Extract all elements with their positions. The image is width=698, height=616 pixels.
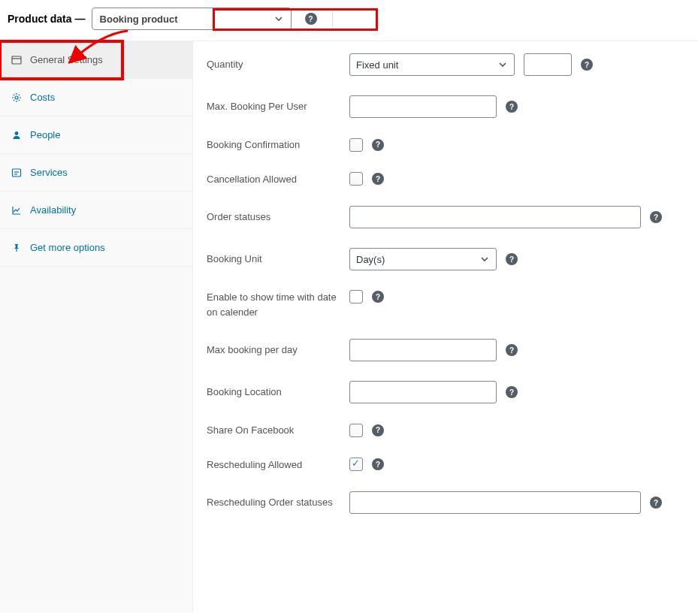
chevron-down-icon [274, 14, 283, 23]
help-icon[interactable]: ? [372, 458, 384, 470]
booking-confirmation-label: Booking Confirmation [207, 137, 339, 152]
booking-confirmation-checkbox[interactable] [349, 138, 363, 152]
max-per-day-label: Max booking per day [207, 343, 339, 358]
help-icon[interactable]: ? [506, 253, 518, 265]
product-data-dash: — [75, 13, 86, 25]
help-icon[interactable]: ? [506, 386, 518, 398]
gear-icon [11, 92, 23, 104]
chart-icon [11, 204, 23, 216]
quantity-select[interactable]: Fixed unit [349, 53, 515, 76]
general-settings-form: Quantity Fixed unit ? Max. Booking Per U… [193, 41, 698, 612]
show-time-with-date-checkbox[interactable] [349, 290, 363, 303]
share-on-facebook-checkbox[interactable] [349, 424, 363, 437]
booking-unit-select[interactable]: Day(s) [349, 248, 497, 270]
help-icon[interactable]: ? [650, 211, 662, 223]
help-icon[interactable]: ? [506, 101, 518, 113]
sidebar: General Settings Costs People Services A [0, 41, 193, 612]
sidebar-tab-general-settings[interactable]: General Settings [0, 41, 192, 79]
header-divider [332, 11, 333, 26]
quantity-label: Quantity [207, 57, 339, 72]
sidebar-item-label: General Settings [30, 54, 103, 65]
sidebar-tab-services[interactable]: Services [0, 154, 192, 192]
sidebar-tab-people[interactable]: People [0, 116, 192, 154]
booking-location-input[interactable] [349, 381, 497, 403]
svg-rect-0 [12, 56, 21, 64]
booking-location-label: Booking Location [207, 385, 339, 400]
sidebar-tab-availability[interactable]: Availability [0, 192, 192, 229]
order-statuses-label: Order statuses [207, 210, 339, 225]
sidebar-item-label: Availability [30, 204, 76, 216]
help-icon[interactable]: ? [305, 13, 317, 25]
max-per-user-input[interactable] [349, 95, 497, 118]
svg-rect-4 [13, 169, 21, 177]
window-icon [11, 54, 23, 66]
rescheduling-order-statuses-label: Rescheduling Order statuses [207, 495, 339, 510]
annotation-box-product-type [213, 8, 378, 31]
sidebar-item-label: People [30, 129, 60, 140]
sidebar-tab-get-more-options[interactable]: Get more options [0, 229, 192, 267]
quantity-input[interactable] [524, 53, 572, 76]
help-icon[interactable]: ? [581, 59, 593, 71]
help-icon[interactable]: ? [372, 291, 384, 303]
sidebar-tab-costs[interactable]: Costs [0, 79, 192, 116]
person-icon [11, 129, 23, 141]
show-time-with-date-label: Enable to show time with date on calende… [207, 290, 339, 319]
cancellation-allowed-label: Cancellation Allowed [207, 172, 339, 187]
max-per-user-label: Max. Booking Per User [207, 99, 339, 114]
form-icon [11, 167, 23, 179]
help-icon[interactable]: ? [372, 424, 384, 436]
cancellation-allowed-checkbox[interactable] [349, 172, 363, 186]
rescheduling-order-statuses-input[interactable] [349, 491, 641, 514]
help-icon[interactable]: ? [506, 344, 518, 356]
order-statuses-input[interactable] [349, 206, 641, 228]
product-type-select[interactable]: Booking product [92, 8, 292, 30]
rescheduling-allowed-checkbox[interactable]: ✓ [349, 457, 363, 471]
booking-unit-label: Booking Unit [207, 252, 339, 267]
max-per-day-input[interactable] [349, 339, 497, 361]
help-icon[interactable]: ? [372, 173, 384, 185]
rescheduling-allowed-label: Rescheduling Allowed [207, 457, 339, 473]
share-on-facebook-label: Share On Facebook [207, 423, 339, 438]
help-icon[interactable]: ? [372, 139, 384, 151]
help-icon[interactable]: ? [650, 497, 662, 509]
pin-icon [11, 242, 23, 254]
svg-point-3 [15, 131, 19, 135]
sidebar-item-label: Costs [30, 92, 55, 103]
sidebar-item-label: Get more options [30, 242, 105, 253]
product-type-value: Booking product [100, 14, 178, 25]
sidebar-item-label: Services [30, 167, 68, 178]
svg-point-2 [15, 96, 18, 99]
product-data-label: Product data [8, 13, 72, 25]
